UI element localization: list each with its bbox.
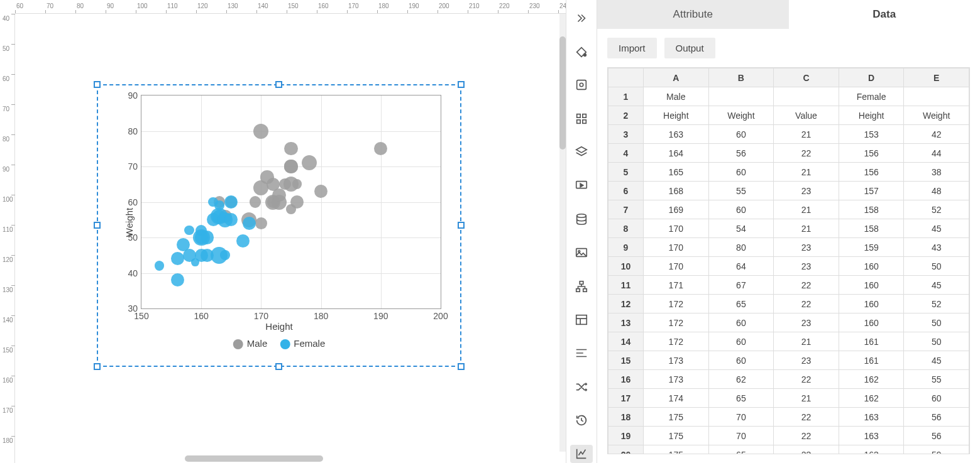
sheet-cell[interactable]: 52 <box>904 200 969 219</box>
sheet-cell[interactable]: 65 <box>708 295 774 313</box>
selection-box[interactable]: Weight 15016017018019020030405060708090 … <box>97 84 461 367</box>
chart-bubble-female[interactable] <box>155 261 165 271</box>
sheet-cell[interactable]: 172 <box>644 295 709 313</box>
chart-bubble-female[interactable] <box>171 252 184 265</box>
chart-bubble-male[interactable] <box>290 195 304 209</box>
sheet-row-header[interactable]: 14 <box>608 332 644 351</box>
sheet-cell[interactable]: 175 <box>644 408 709 427</box>
sheet-cell[interactable]: 70 <box>708 408 774 427</box>
sheet-cell[interactable]: Weight <box>708 106 774 125</box>
sheet-col-header[interactable]: C <box>774 68 839 87</box>
sheet-cell[interactable]: 70 <box>708 427 774 445</box>
shuffle-icon[interactable] <box>570 378 593 396</box>
chart-bubble-female[interactable] <box>220 250 230 260</box>
sheet-cell[interactable]: Height <box>644 106 709 125</box>
sheet-cell[interactable]: 65 <box>708 389 774 408</box>
sheet-cell[interactable]: 173 <box>644 370 709 389</box>
canvas-scrollbar-vertical[interactable] <box>559 14 566 452</box>
sheet-cell[interactable]: 22 <box>774 408 839 427</box>
sheet-cell[interactable]: 156 <box>839 163 904 182</box>
sheet-row-header[interactable]: 11 <box>608 276 644 295</box>
sheet-row-header[interactable]: 15 <box>608 351 644 370</box>
chart-bubble-female[interactable] <box>243 217 256 230</box>
sheet-cell[interactable]: Female <box>839 87 904 106</box>
sheet-cell[interactable] <box>708 87 774 106</box>
canvas-scroll-thumb-vertical[interactable] <box>559 36 566 150</box>
output-button[interactable]: Output <box>664 38 715 58</box>
sheet-row-header[interactable]: 6 <box>608 182 644 200</box>
sheet-row-header[interactable]: 4 <box>608 144 644 163</box>
sheet-cell[interactable]: 23 <box>774 238 839 257</box>
sheet-cell[interactable]: 158 <box>839 200 904 219</box>
chart-bubble-male[interactable] <box>374 142 387 155</box>
resize-handle-top-left[interactable] <box>94 81 101 88</box>
bubble-chart[interactable]: Weight 15016017018019020030405060708090 … <box>111 92 448 353</box>
canvas-area[interactable]: 6070809010011012013014015016017018019020… <box>0 0 566 463</box>
import-button[interactable]: Import <box>607 38 657 58</box>
chart-bubble-male[interactable] <box>314 185 328 198</box>
sheet-cell[interactable]: 21 <box>774 163 839 182</box>
chart-bubble-female[interactable] <box>224 213 238 226</box>
resize-handle-top-right[interactable] <box>458 81 465 88</box>
chart-bubble-male[interactable] <box>284 142 297 155</box>
sheet-cell[interactable]: 60 <box>708 313 774 332</box>
present-icon[interactable] <box>570 177 593 195</box>
sheet-cell[interactable]: 23 <box>774 445 839 455</box>
sheet-cell[interactable]: 160 <box>839 276 904 295</box>
resize-handle-bottom-right[interactable] <box>458 363 465 370</box>
sheet-cell[interactable]: 64 <box>708 257 774 276</box>
chart-icon[interactable] <box>570 445 593 463</box>
sheet-cell[interactable]: 172 <box>644 313 709 332</box>
sheet-cell[interactable]: 170 <box>644 257 709 276</box>
chart-bubble-male[interactable] <box>292 179 302 189</box>
sheet-cell[interactable]: 163 <box>644 125 709 144</box>
sheet-cell[interactable]: 160 <box>839 295 904 313</box>
sheet-cell[interactable]: 21 <box>774 219 839 238</box>
resize-handle-mid-left[interactable] <box>94 222 101 229</box>
resize-handle-bottom-left[interactable] <box>94 363 101 370</box>
canvas-scroll-thumb-horizontal[interactable] <box>185 455 323 462</box>
sheet-row-header[interactable]: 16 <box>608 370 644 389</box>
sheet-cell[interactable]: 173 <box>644 351 709 370</box>
expand-panel-icon[interactable] <box>570 9 593 27</box>
sheet-cell[interactable]: 156 <box>839 144 904 163</box>
resize-handle-mid-right[interactable] <box>458 222 465 229</box>
sheet-cell[interactable]: 56 <box>904 427 969 445</box>
sheet-cell[interactable]: 162 <box>839 389 904 408</box>
sheet-cell[interactable]: 60 <box>904 389 969 408</box>
sheet-cell[interactable]: 56 <box>708 144 774 163</box>
sheet-cell[interactable]: 42 <box>904 125 969 144</box>
canvas-scrollbar-horizontal[interactable] <box>15 454 559 463</box>
sheet-cell[interactable]: 50 <box>904 313 969 332</box>
sheet-cell[interactable]: 169 <box>644 200 709 219</box>
canvas-scroll-view[interactable]: Weight 15016017018019020030405060708090 … <box>15 14 566 452</box>
sheet-cell[interactable]: 60 <box>708 163 774 182</box>
chart-bubble-female[interactable] <box>236 234 250 248</box>
sheet-wrapper[interactable]: ABCDE1MaleFemale2HeightWeightValueHeight… <box>607 67 970 454</box>
sheet-col-header[interactable]: D <box>839 68 904 87</box>
structure-icon[interactable] <box>570 277 593 295</box>
sheet-cell[interactable]: 170 <box>644 219 709 238</box>
sheet-cell[interactable]: 50 <box>904 332 969 351</box>
sheet-cell[interactable]: 55 <box>708 182 774 200</box>
sheet-cell[interactable]: 159 <box>839 238 904 257</box>
sheet-cell[interactable]: 44 <box>904 144 969 163</box>
sheet-cell[interactable]: 160 <box>839 257 904 276</box>
sheet-row-header[interactable]: 19 <box>608 427 644 445</box>
sheet-cell[interactable]: 50 <box>904 257 969 276</box>
sheet-cell[interactable]: 48 <box>904 182 969 200</box>
sheet-cell[interactable]: 157 <box>839 182 904 200</box>
sheet-cell[interactable]: 55 <box>904 370 969 389</box>
sheet-row-header[interactable]: 12 <box>608 295 644 313</box>
sheet-cell[interactable]: 54 <box>708 219 774 238</box>
sheet-cell[interactable]: 45 <box>904 276 969 295</box>
sheet-cell[interactable]: Weight <box>904 106 969 125</box>
sheet-cell[interactable]: 175 <box>644 445 709 455</box>
sheet-cell[interactable]: 23 <box>774 182 839 200</box>
sheet-cell[interactable]: 59 <box>904 445 969 455</box>
image-icon[interactable] <box>570 244 593 262</box>
sheet-cell[interactable]: 158 <box>839 219 904 238</box>
sheet-cell[interactable]: 21 <box>774 389 839 408</box>
settings-icon[interactable] <box>570 76 593 94</box>
history-icon[interactable] <box>570 411 593 429</box>
